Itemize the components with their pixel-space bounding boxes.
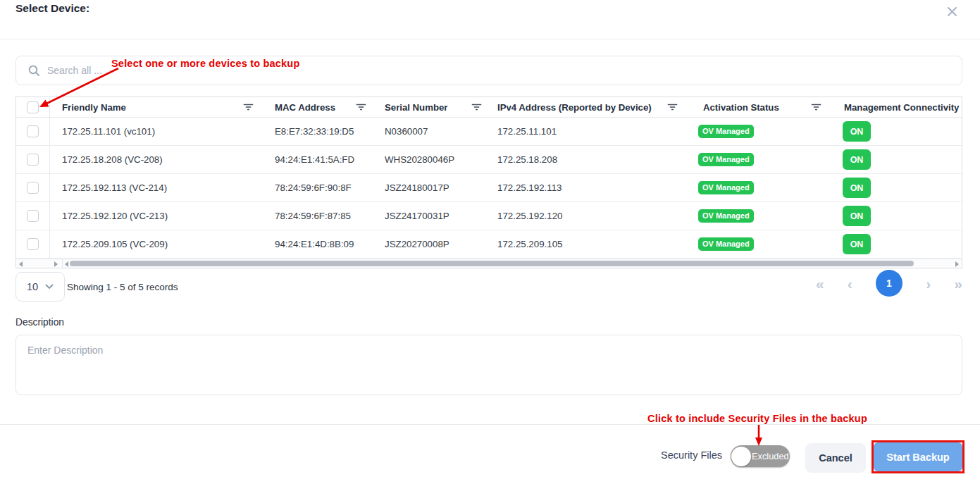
friendly-name-cell: 172.25.192.120 (VC-213) <box>50 211 275 221</box>
mac-cell: 94:24:E1:4D:8B:09 <box>275 239 385 249</box>
column-header-mac: MAC Address <box>275 102 335 113</box>
next-page-button[interactable]: › <box>926 276 931 291</box>
checkbox-column-scrollbar[interactable] <box>16 259 63 268</box>
mac-cell: E8:E7:32:33:19:D5 <box>275 126 385 137</box>
column-header-serial: Serial Number <box>385 102 447 113</box>
current-page-button[interactable]: 1 <box>876 270 903 297</box>
description-textarea[interactable] <box>15 335 962 395</box>
serial-cell: JSZ24170031P <box>385 211 497 221</box>
activation-status-badge: OV Managed <box>698 237 754 251</box>
activation-status-badge: OV Managed <box>698 209 754 223</box>
scroll-left-icon[interactable] <box>65 261 68 267</box>
table-row: 172.25.192.120 (VC-213) 78:24:59:6F:87:8… <box>16 202 962 230</box>
select-all-checkbox[interactable] <box>27 101 39 113</box>
friendly-name-cell: 172.25.18.208 (VC-208) <box>50 154 275 165</box>
row-checkbox[interactable] <box>27 125 39 137</box>
scrollbar-thumb[interactable] <box>70 261 914 266</box>
activation-status-badge: OV Managed <box>698 153 754 166</box>
row-checkbox[interactable] <box>27 154 39 166</box>
column-header-activation: Activation Status <box>703 102 779 113</box>
ipv4-cell: 172.25.11.101 <box>497 126 688 137</box>
column-header-mgmt-connectivity: Management Connectivity <box>844 102 959 113</box>
chevron-down-icon <box>45 284 54 290</box>
friendly-name-cell: 172.25.209.105 (VC-209) <box>50 239 275 249</box>
filter-icon[interactable] <box>667 103 678 111</box>
management-connectivity-badge: ON <box>843 121 871 142</box>
ipv4-cell: 172.25.209.105 <box>497 239 688 249</box>
serial-cell: JSZ20270008P <box>385 239 497 249</box>
management-connectivity-badge: ON <box>843 178 871 198</box>
scroll-right-icon[interactable] <box>54 261 58 267</box>
row-checkbox[interactable] <box>27 238 39 250</box>
serial-cell: N0360007 <box>385 126 497 137</box>
close-icon[interactable] <box>944 4 960 19</box>
first-page-button[interactable]: « <box>816 276 824 291</box>
security-files-label: Security Files <box>661 449 722 461</box>
friendly-name-cell: 172.25.192.113 (VC-214) <box>50 182 275 193</box>
scroll-left-icon[interactable] <box>19 261 23 267</box>
scroll-right-icon[interactable] <box>955 261 959 267</box>
search-icon <box>28 65 40 77</box>
page-title: Select Device: <box>15 2 89 15</box>
page-size-dropdown[interactable]: 10 <box>15 272 65 302</box>
table-header-row: Friendly Name MAC Address Serial Number … <box>16 97 962 118</box>
management-connectivity-badge: ON <box>843 206 871 226</box>
security-files-toggle[interactable]: Excluded <box>731 445 790 467</box>
table-horizontal-scrollbar[interactable] <box>63 259 962 268</box>
ipv4-cell: 172.25.192.120 <box>497 211 688 221</box>
column-header-ipv4: IPv4 Address (Reported by Device) <box>497 102 652 113</box>
table-row: 172.25.192.113 (VC-214) 78:24:59:6F:90:8… <box>16 174 962 202</box>
mac-cell: 78:24:59:6F:87:85 <box>275 211 385 221</box>
mac-cell: 94:24:E1:41:5A:FD <box>275 154 385 165</box>
activation-status-badge: OV Managed <box>698 125 754 138</box>
select-device-dialog: Select Device: Select one or more device… <box>0 0 980 484</box>
table-row: 172.25.18.208 (VC-208) 94:24:E1:41:5A:FD… <box>16 146 962 174</box>
table-row: 172.25.11.101 (vc101) E8:E7:32:33:19:D5 … <box>16 118 962 146</box>
start-backup-highlight-box: Start Backup <box>872 440 965 473</box>
management-connectivity-badge: ON <box>843 149 871 170</box>
table-scrollbar-row <box>16 259 962 268</box>
serial-cell: JSZ24180017P <box>385 182 497 193</box>
annotation-select-devices: Select one or more devices to backup <box>111 58 300 69</box>
records-summary: Showing 1 - 5 of 5 records <box>67 282 178 292</box>
friendly-name-cell: 172.25.11.101 (vc101) <box>50 126 275 137</box>
row-checkbox[interactable] <box>27 210 39 222</box>
mac-cell: 78:24:59:6F:90:8F <box>275 182 385 193</box>
page-size-value: 10 <box>27 281 38 292</box>
last-page-button[interactable]: » <box>954 276 962 291</box>
prev-page-button[interactable]: ‹ <box>848 276 852 291</box>
filter-icon[interactable] <box>356 103 366 111</box>
serial-cell: WHS20280046P <box>385 154 497 165</box>
footer-divider <box>0 424 980 425</box>
row-checkbox[interactable] <box>27 182 39 194</box>
table-row: 172.25.209.105 (VC-209) 94:24:E1:4D:8B:0… <box>16 230 962 259</box>
description-label: Description <box>15 317 64 328</box>
start-backup-button[interactable]: Start Backup <box>874 442 962 471</box>
activation-status-badge: OV Managed <box>698 181 754 194</box>
filter-icon[interactable] <box>811 103 821 111</box>
filter-icon[interactable] <box>243 103 254 111</box>
ipv4-cell: 172.25.192.113 <box>497 182 688 193</box>
cancel-button[interactable]: Cancel <box>805 443 866 473</box>
column-header-friendly-name: Friendly Name <box>62 102 126 113</box>
annotation-security-files: Click to include Security Files in the b… <box>647 413 867 424</box>
toggle-knob <box>731 447 751 466</box>
ipv4-cell: 172.25.18.208 <box>497 154 688 165</box>
filter-icon[interactable] <box>471 103 482 111</box>
header-divider <box>0 39 980 39</box>
management-connectivity-badge: ON <box>843 234 871 254</box>
toggle-state-label: Excluded <box>752 451 789 461</box>
pagination: « ‹ 1 › » <box>816 270 962 297</box>
device-table: Friendly Name MAC Address Serial Number … <box>15 97 962 268</box>
